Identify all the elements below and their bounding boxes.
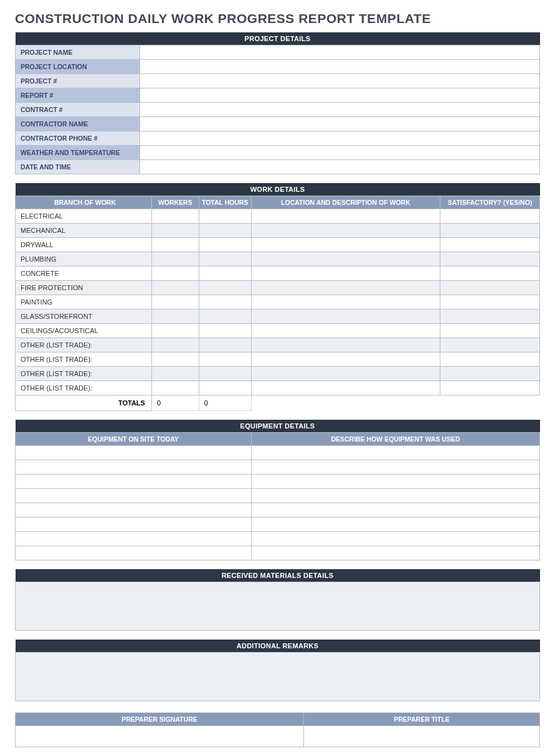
work-cell-workers[interactable] — [151, 309, 199, 324]
work-cell-hours[interactable] — [199, 352, 251, 367]
work-cell-location[interactable] — [251, 238, 440, 252]
preparer-title-field[interactable] — [304, 726, 540, 747]
equip-describe-cell[interactable] — [251, 546, 539, 560]
work-cell-workers[interactable] — [151, 324, 199, 338]
work-cell-hours[interactable] — [199, 238, 251, 252]
equip-onsite-cell[interactable] — [16, 446, 252, 460]
equip-describe-cell[interactable] — [251, 489, 539, 503]
work-cell-hours[interactable] — [199, 338, 251, 352]
additional-remarks-field[interactable] — [16, 653, 540, 701]
work-details-table: WORK DETAILS BRANCH OF WORKWORKERSTOTAL … — [15, 183, 540, 411]
work-cell-satisfactory[interactable] — [440, 281, 540, 295]
work-cell-satisfactory[interactable] — [440, 352, 540, 367]
work-cell-hours[interactable] — [199, 324, 251, 338]
work-cell-hours[interactable] — [199, 295, 251, 309]
project-field-value[interactable] — [140, 74, 540, 88]
work-cell-satisfactory[interactable] — [440, 367, 540, 381]
work-col-header: LOCATION AND DESCRIPTION OF WORK — [251, 196, 440, 209]
work-cell-hours[interactable] — [199, 381, 251, 395]
project-field-value[interactable] — [140, 88, 540, 103]
work-cell-workers[interactable] — [151, 295, 199, 309]
equip-onsite-cell[interactable] — [16, 532, 252, 546]
equip-describe-cell[interactable] — [251, 503, 539, 517]
work-cell-workers[interactable] — [151, 381, 199, 395]
work-col-header: WORKERS — [151, 196, 199, 209]
work-cell-location[interactable] — [251, 352, 440, 367]
work-cell-hours[interactable] — [199, 267, 251, 281]
table-row: DRYWALL — [16, 238, 540, 252]
work-cell-location[interactable] — [251, 295, 440, 309]
equip-describe-cell[interactable] — [251, 475, 539, 489]
equip-describe-cell[interactable] — [251, 460, 539, 475]
table-row: OTHER (LIST TRADE): — [16, 352, 540, 367]
project-field-value[interactable] — [140, 45, 540, 60]
work-cell-location[interactable] — [251, 338, 440, 352]
work-cell-workers[interactable] — [151, 209, 199, 224]
table-row — [16, 446, 540, 460]
work-cell-branch: MECHANICAL — [16, 224, 152, 238]
work-cell-satisfactory[interactable] — [440, 381, 540, 395]
project-field-value[interactable] — [140, 117, 540, 131]
work-cell-workers[interactable] — [151, 352, 199, 367]
table-row: CONCRETE — [16, 267, 540, 281]
project-field-label: PROJECT LOCATION — [16, 60, 140, 74]
work-cell-hours[interactable] — [199, 367, 251, 381]
table-row: GLASS/STOREFRONT — [16, 309, 540, 324]
work-cell-workers[interactable] — [151, 338, 199, 352]
table-row: MECHANICAL — [16, 224, 540, 238]
work-cell-workers[interactable] — [151, 267, 199, 281]
work-cell-location[interactable] — [251, 324, 440, 338]
equip-onsite-cell[interactable] — [16, 503, 252, 517]
work-cell-satisfactory[interactable] — [440, 224, 540, 238]
work-cell-location[interactable] — [251, 367, 440, 381]
preparer-signature-field[interactable] — [16, 726, 304, 747]
work-cell-hours[interactable] — [199, 281, 251, 295]
work-cell-satisfactory[interactable] — [440, 252, 540, 267]
project-field-value[interactable] — [140, 160, 540, 174]
work-cell-location[interactable] — [251, 267, 440, 281]
work-details-header: WORK DETAILS — [16, 183, 540, 196]
equip-describe-cell[interactable] — [251, 532, 539, 546]
equip-onsite-cell[interactable] — [16, 546, 252, 560]
project-field-value[interactable] — [140, 131, 540, 146]
work-cell-location[interactable] — [251, 252, 440, 267]
project-field-label: PROJECT # — [16, 74, 140, 88]
work-cell-branch: PLUMBING — [16, 252, 152, 267]
work-cell-location[interactable] — [251, 281, 440, 295]
project-details-table: PROJECT DETAILS PROJECT NAMEPROJECT LOCA… — [15, 32, 540, 174]
work-cell-hours[interactable] — [199, 209, 251, 224]
work-cell-hours[interactable] — [199, 252, 251, 267]
work-cell-branch: CONCRETE — [16, 267, 152, 281]
work-cell-workers[interactable] — [151, 367, 199, 381]
work-cell-satisfactory[interactable] — [440, 338, 540, 352]
equip-describe-cell[interactable] — [251, 517, 539, 532]
received-materials-table: RECEIVED MATERIALS DETAILS — [15, 569, 540, 631]
work-cell-hours[interactable] — [199, 309, 251, 324]
preparer-signature-header: PREPARER SIGNATURE — [16, 713, 304, 726]
project-field-value[interactable] — [140, 103, 540, 117]
equip-describe-cell[interactable] — [251, 446, 539, 460]
equip-onsite-cell[interactable] — [16, 475, 252, 489]
work-cell-location[interactable] — [251, 309, 440, 324]
work-cell-satisfactory[interactable] — [440, 267, 540, 281]
work-cell-satisfactory[interactable] — [440, 238, 540, 252]
work-cell-workers[interactable] — [151, 224, 199, 238]
work-cell-location[interactable] — [251, 224, 440, 238]
project-field-value[interactable] — [140, 146, 540, 160]
equip-onsite-cell[interactable] — [16, 517, 252, 532]
work-cell-satisfactory[interactable] — [440, 295, 540, 309]
received-materials-field[interactable] — [16, 582, 540, 631]
totals-hours: 0 — [199, 395, 251, 411]
work-cell-satisfactory[interactable] — [440, 209, 540, 224]
work-cell-workers[interactable] — [151, 252, 199, 267]
equip-onsite-cell[interactable] — [16, 460, 252, 475]
work-cell-hours[interactable] — [199, 224, 251, 238]
work-cell-location[interactable] — [251, 209, 440, 224]
work-cell-workers[interactable] — [151, 281, 199, 295]
equip-onsite-cell[interactable] — [16, 489, 252, 503]
project-field-value[interactable] — [140, 60, 540, 74]
work-cell-workers[interactable] — [151, 238, 199, 252]
work-cell-location[interactable] — [251, 381, 440, 395]
work-cell-satisfactory[interactable] — [440, 324, 540, 338]
work-cell-satisfactory[interactable] — [440, 309, 540, 324]
